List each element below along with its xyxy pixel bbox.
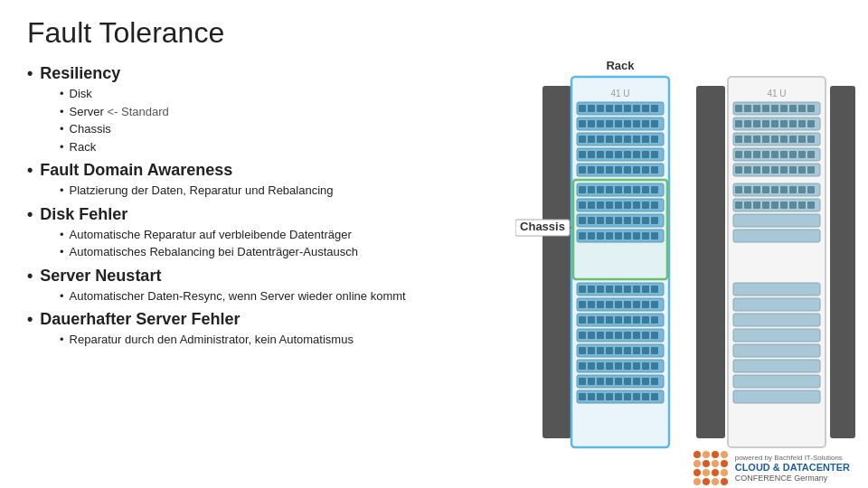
svg-rect-194 [753,120,760,127]
svg-rect-195 [762,120,769,127]
svg-rect-205 [762,136,769,143]
svg-rect-22 [642,120,649,127]
svg-rect-256 [733,329,820,342]
svg-rect-73 [642,202,649,209]
svg-rect-127 [588,332,595,339]
svg-rect-158 [597,378,604,385]
svg-rect-245 [762,202,769,209]
svg-text:41 U: 41 U [767,89,786,99]
svg-rect-139 [606,347,613,354]
svg-rect-113 [642,301,649,308]
svg-rect-246 [771,202,778,209]
svg-rect-121 [624,316,631,324]
svg-rect-87 [588,232,595,239]
logo-powered-by: powered by Bachfeld IT-Solutions [735,454,843,462]
logo-dot-10 [703,469,710,476]
svg-rect-92 [633,232,640,239]
svg-rect-69 [606,202,613,209]
svg-rect-216 [771,151,778,158]
svg-rect-239 [798,186,806,193]
svg-rect-167 [588,393,595,400]
svg-rect-151 [624,362,631,370]
svg-rect-242 [735,202,742,209]
svg-rect-233 [744,186,751,193]
svg-rect-31 [633,136,640,143]
svg-rect-82 [633,217,640,224]
svg-rect-131 [624,332,631,339]
svg-rect-136 [579,347,586,354]
svg-rect-174 [651,393,658,400]
svg-rect-43 [651,151,658,158]
svg-rect-62 [633,186,640,193]
svg-rect-96 [579,286,586,293]
svg-rect-156 [579,378,586,385]
svg-rect-251 [733,214,820,227]
logo-dot-2 [703,451,710,458]
disk-fehler-subitems: Automatische Reparatur auf verbleibende … [60,226,497,261]
svg-rect-154 [651,362,658,370]
logo-dots [693,451,728,485]
svg-rect-190 [807,105,815,112]
svg-rect-124 [651,316,658,324]
svg-rect-257 [733,344,820,357]
svg-rect-169 [606,393,613,400]
logo-dot-14 [703,478,710,485]
svg-rect-46 [588,166,595,174]
logo-dot-1 [693,451,701,458]
svg-rect-80 [615,217,622,224]
svg-rect-39 [615,151,622,158]
svg-rect-150 [615,362,622,370]
svg-rect-129 [606,332,613,339]
svg-rect-0 [542,86,571,438]
svg-rect-160 [615,378,622,385]
svg-rect-71 [624,202,631,209]
svg-rect-102 [633,286,640,293]
svg-text:41 U: 41 U [610,89,629,99]
svg-rect-12 [642,105,649,112]
section-fault-domain: Fault Domain Awareness [27,161,497,180]
section-disk-fehler: Disk Fehler [27,205,497,224]
svg-rect-35 [579,151,586,158]
svg-rect-110 [615,301,622,308]
svg-rect-183 [744,105,751,112]
sub-disk: Disk [60,85,497,103]
svg-rect-166 [579,393,586,400]
text-column: Resiliency Disk Server <- Standard Chass… [27,59,497,352]
svg-rect-178 [696,86,725,438]
svg-rect-29 [615,136,622,143]
svg-rect-15 [579,120,586,127]
svg-rect-93 [642,232,649,239]
svg-rect-247 [780,202,788,209]
svg-rect-28 [606,136,613,143]
svg-rect-186 [771,105,778,112]
svg-rect-197 [780,120,788,127]
svg-rect-67 [588,202,595,209]
svg-rect-182 [735,105,742,112]
svg-rect-162 [633,378,640,385]
svg-rect-126 [579,332,586,339]
svg-rect-204 [753,136,760,143]
svg-rect-209 [798,136,806,143]
svg-rect-57 [588,186,595,193]
svg-rect-230 [807,166,815,174]
svg-rect-56 [579,186,586,193]
svg-rect-203 [744,136,751,143]
svg-rect-11 [633,105,640,112]
svg-rect-164 [651,378,658,385]
svg-rect-213 [744,151,751,158]
svg-rect-243 [744,202,751,209]
svg-rect-17 [597,120,604,127]
svg-rect-107 [588,301,595,308]
svg-rect-173 [642,393,649,400]
svg-rect-252 [733,230,820,242]
svg-rect-103 [642,286,649,293]
svg-rect-130 [615,332,622,339]
svg-rect-88 [597,232,604,239]
svg-rect-134 [651,332,658,339]
server-neustart-subitems: Automatischer Daten-Resync, wenn Server … [60,287,497,305]
svg-rect-60 [615,186,622,193]
svg-rect-250 [807,202,815,209]
svg-rect-27 [597,136,604,143]
svg-rect-143 [642,347,649,354]
resiliency-subitems: Disk Server <- Standard Chassis Rack [60,85,497,155]
